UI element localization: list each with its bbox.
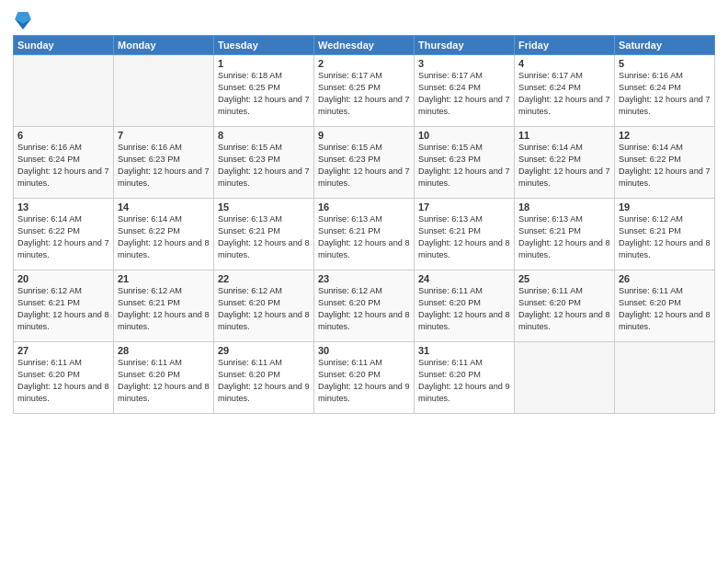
day-number: 8 — [218, 130, 310, 141]
day-number: 3 — [418, 58, 510, 69]
day-number: 17 — [418, 201, 510, 213]
calendar-cell: 22Sunrise: 6:12 AM Sunset: 6:20 PM Dayli… — [214, 270, 314, 342]
day-info: Sunrise: 6:16 AM Sunset: 6:23 PM Dayligh… — [118, 142, 210, 190]
day-info: Sunrise: 6:12 AM Sunset: 6:20 PM Dayligh… — [318, 285, 410, 333]
calendar-table: SundayMondayTuesdayWednesdayThursdayFrid… — [13, 35, 715, 414]
day-header: Saturday — [615, 36, 715, 55]
calendar-cell: 18Sunrise: 6:13 AM Sunset: 6:21 PM Dayli… — [515, 199, 615, 270]
day-info: Sunrise: 6:11 AM Sunset: 6:20 PM Dayligh… — [518, 285, 610, 333]
calendar-week: 13Sunrise: 6:14 AM Sunset: 6:22 PM Dayli… — [14, 199, 715, 270]
calendar-cell: 11Sunrise: 6:14 AM Sunset: 6:22 PM Dayli… — [515, 127, 615, 199]
day-info: Sunrise: 6:12 AM Sunset: 6:20 PM Dayligh… — [218, 285, 310, 333]
calendar-cell — [615, 342, 715, 414]
calendar-cell: 6Sunrise: 6:16 AM Sunset: 6:24 PM Daylig… — [14, 127, 114, 199]
day-info: Sunrise: 6:11 AM Sunset: 6:20 PM Dayligh… — [118, 357, 210, 405]
calendar-cell: 3Sunrise: 6:17 AM Sunset: 6:24 PM Daylig… — [415, 55, 515, 127]
calendar-week: 1Sunrise: 6:18 AM Sunset: 6:25 PM Daylig… — [14, 55, 715, 127]
day-number: 11 — [518, 130, 610, 141]
day-info: Sunrise: 6:13 AM Sunset: 6:21 PM Dayligh… — [218, 213, 310, 261]
day-header: Sunday — [14, 36, 114, 55]
day-number: 14 — [118, 201, 210, 213]
calendar-cell: 25Sunrise: 6:11 AM Sunset: 6:20 PM Dayli… — [515, 270, 615, 342]
calendar-week: 27Sunrise: 6:11 AM Sunset: 6:20 PM Dayli… — [14, 342, 715, 414]
day-number: 23 — [318, 273, 410, 284]
calendar-cell — [14, 55, 114, 127]
day-number: 1 — [218, 58, 310, 69]
day-info: Sunrise: 6:14 AM Sunset: 6:22 PM Dayligh… — [118, 213, 210, 261]
day-info: Sunrise: 6:17 AM Sunset: 6:24 PM Dayligh… — [418, 70, 510, 118]
day-number: 21 — [118, 273, 210, 284]
day-number: 26 — [619, 273, 711, 284]
day-number: 25 — [518, 273, 610, 284]
day-info: Sunrise: 6:17 AM Sunset: 6:24 PM Dayligh… — [518, 70, 610, 118]
day-info: Sunrise: 6:13 AM Sunset: 6:21 PM Dayligh… — [318, 213, 410, 261]
day-info: Sunrise: 6:11 AM Sunset: 6:20 PM Dayligh… — [218, 357, 310, 405]
day-info: Sunrise: 6:16 AM Sunset: 6:24 PM Dayligh… — [619, 70, 711, 118]
calendar-cell: 12Sunrise: 6:14 AM Sunset: 6:22 PM Dayli… — [615, 127, 715, 199]
calendar-cell: 15Sunrise: 6:13 AM Sunset: 6:21 PM Dayli… — [214, 199, 314, 270]
day-info: Sunrise: 6:15 AM Sunset: 6:23 PM Dayligh… — [218, 142, 310, 190]
calendar-week: 20Sunrise: 6:12 AM Sunset: 6:21 PM Dayli… — [14, 270, 715, 342]
calendar-cell: 5Sunrise: 6:16 AM Sunset: 6:24 PM Daylig… — [615, 55, 715, 127]
calendar-cell — [515, 342, 615, 414]
calendar-cell: 20Sunrise: 6:12 AM Sunset: 6:21 PM Dayli… — [14, 270, 114, 342]
day-info: Sunrise: 6:14 AM Sunset: 6:22 PM Dayligh… — [17, 213, 109, 261]
day-info: Sunrise: 6:14 AM Sunset: 6:22 PM Dayligh… — [619, 142, 711, 190]
calendar-cell: 10Sunrise: 6:15 AM Sunset: 6:23 PM Dayli… — [415, 127, 515, 199]
day-info: Sunrise: 6:12 AM Sunset: 6:21 PM Dayligh… — [17, 285, 109, 333]
calendar-cell: 7Sunrise: 6:16 AM Sunset: 6:23 PM Daylig… — [114, 127, 214, 199]
calendar-cell: 21Sunrise: 6:12 AM Sunset: 6:21 PM Dayli… — [114, 270, 214, 342]
day-info: Sunrise: 6:11 AM Sunset: 6:20 PM Dayligh… — [17, 357, 109, 405]
day-number: 13 — [17, 201, 109, 213]
day-info: Sunrise: 6:13 AM Sunset: 6:21 PM Dayligh… — [518, 213, 610, 261]
day-header: Monday — [114, 36, 214, 55]
calendar-cell: 28Sunrise: 6:11 AM Sunset: 6:20 PM Dayli… — [114, 342, 214, 414]
calendar-cell: 19Sunrise: 6:12 AM Sunset: 6:21 PM Dayli… — [615, 199, 715, 270]
calendar-cell: 4Sunrise: 6:17 AM Sunset: 6:24 PM Daylig… — [515, 55, 615, 127]
day-number: 15 — [218, 201, 310, 213]
day-header: Friday — [515, 36, 615, 55]
day-info: Sunrise: 6:11 AM Sunset: 6:20 PM Dayligh… — [619, 285, 711, 333]
day-number: 31 — [418, 345, 510, 356]
day-number: 22 — [218, 273, 310, 284]
day-info: Sunrise: 6:18 AM Sunset: 6:25 PM Dayligh… — [218, 70, 310, 118]
logo — [13, 9, 33, 29]
day-info: Sunrise: 6:11 AM Sunset: 6:20 PM Dayligh… — [418, 285, 510, 333]
day-info: Sunrise: 6:15 AM Sunset: 6:23 PM Dayligh… — [418, 142, 510, 190]
calendar-cell: 26Sunrise: 6:11 AM Sunset: 6:20 PM Dayli… — [615, 270, 715, 342]
day-number: 7 — [118, 130, 210, 141]
calendar-cell: 17Sunrise: 6:13 AM Sunset: 6:21 PM Dayli… — [415, 199, 515, 270]
day-number: 27 — [17, 345, 109, 356]
day-number: 4 — [518, 58, 610, 69]
calendar-cell: 31Sunrise: 6:11 AM Sunset: 6:20 PM Dayli… — [415, 342, 515, 414]
day-info: Sunrise: 6:14 AM Sunset: 6:22 PM Dayligh… — [518, 142, 610, 190]
calendar-cell: 24Sunrise: 6:11 AM Sunset: 6:20 PM Dayli… — [415, 270, 515, 342]
day-info: Sunrise: 6:16 AM Sunset: 6:24 PM Dayligh… — [17, 142, 109, 190]
calendar-cell: 30Sunrise: 6:11 AM Sunset: 6:20 PM Dayli… — [314, 342, 415, 414]
calendar-cell: 23Sunrise: 6:12 AM Sunset: 6:20 PM Dayli… — [314, 270, 415, 342]
page: SundayMondayTuesdayWednesdayThursdayFrid… — [0, 0, 728, 563]
day-info: Sunrise: 6:13 AM Sunset: 6:21 PM Dayligh… — [418, 213, 510, 261]
day-info: Sunrise: 6:15 AM Sunset: 6:23 PM Dayligh… — [318, 142, 410, 190]
calendar-cell: 16Sunrise: 6:13 AM Sunset: 6:21 PM Dayli… — [314, 199, 415, 270]
day-number: 9 — [318, 130, 410, 141]
day-number: 29 — [218, 345, 310, 356]
calendar-cell — [114, 55, 214, 127]
day-header: Thursday — [415, 36, 515, 55]
day-number: 16 — [318, 201, 410, 213]
day-number: 28 — [118, 345, 210, 356]
day-number: 24 — [418, 273, 510, 284]
header — [13, 9, 715, 29]
day-info: Sunrise: 6:17 AM Sunset: 6:25 PM Dayligh… — [318, 70, 410, 118]
calendar-cell: 14Sunrise: 6:14 AM Sunset: 6:22 PM Dayli… — [114, 199, 214, 270]
calendar-cell: 9Sunrise: 6:15 AM Sunset: 6:23 PM Daylig… — [314, 127, 415, 199]
day-number: 10 — [418, 130, 510, 141]
day-number: 19 — [619, 201, 711, 213]
day-number: 6 — [17, 130, 109, 141]
day-info: Sunrise: 6:12 AM Sunset: 6:21 PM Dayligh… — [118, 285, 210, 333]
day-number: 2 — [318, 58, 410, 69]
calendar-week: 6Sunrise: 6:16 AM Sunset: 6:24 PM Daylig… — [14, 127, 715, 199]
calendar-cell: 27Sunrise: 6:11 AM Sunset: 6:20 PM Dayli… — [14, 342, 114, 414]
day-header: Wednesday — [314, 36, 415, 55]
day-number: 5 — [619, 58, 711, 69]
